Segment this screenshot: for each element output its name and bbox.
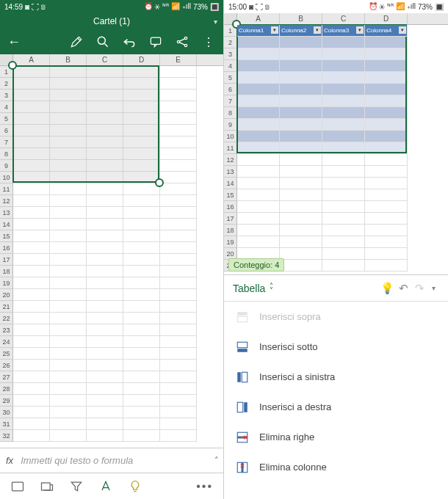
cell[interactable] <box>280 72 322 84</box>
cell[interactable] <box>280 154 322 166</box>
cell[interactable] <box>50 66 87 78</box>
cell[interactable] <box>123 242 160 254</box>
cell[interactable] <box>50 195 87 207</box>
cell[interactable] <box>237 60 280 72</box>
cell[interactable] <box>13 90 50 101</box>
cell[interactable] <box>13 289 50 301</box>
cell[interactable] <box>87 78 123 90</box>
column-header[interactable]: C <box>322 13 365 24</box>
cell[interactable] <box>87 407 123 418</box>
cell[interactable] <box>280 260 322 272</box>
cell[interactable] <box>13 360 50 371</box>
cell[interactable] <box>237 178 280 189</box>
row-header[interactable]: 17 <box>224 213 237 225</box>
cell[interactable] <box>322 84 365 95</box>
table-header-cell[interactable]: Colonna4▾ <box>365 25 408 37</box>
cell[interactable] <box>280 84 322 95</box>
cell[interactable] <box>123 313 160 324</box>
cell[interactable] <box>13 66 50 78</box>
cell[interactable] <box>123 348 160 360</box>
cell[interactable] <box>365 213 408 225</box>
cell[interactable] <box>322 95 365 107</box>
cell[interactable] <box>160 207 197 219</box>
cell[interactable] <box>160 66 197 78</box>
cell[interactable] <box>50 383 87 395</box>
cell[interactable] <box>160 266 197 277</box>
row-header[interactable]: 5 <box>224 72 237 84</box>
cell[interactable] <box>87 395 123 407</box>
formula-bar[interactable]: fx Immetti qui testo o formula ˄ <box>0 448 223 473</box>
cell[interactable] <box>13 101 50 113</box>
cell[interactable] <box>160 90 197 101</box>
menu-item-delete-rows[interactable]: Elimina righe <box>224 422 448 452</box>
ideas-icon[interactable]: 💡 <box>379 282 395 295</box>
cell[interactable] <box>87 371 123 383</box>
cell[interactable] <box>50 136 87 148</box>
cell[interactable] <box>123 219 160 230</box>
cell[interactable] <box>280 213 322 225</box>
cell[interactable] <box>123 324 160 336</box>
row-header[interactable]: 8 <box>224 107 237 119</box>
cell[interactable] <box>237 225 280 236</box>
comment-icon[interactable] <box>148 34 163 49</box>
row-header[interactable]: 28 <box>0 383 13 395</box>
row-header[interactable]: 18 <box>0 266 13 277</box>
cell[interactable] <box>160 254 197 266</box>
cell[interactable] <box>365 142 408 154</box>
cell[interactable] <box>123 160 160 172</box>
cell[interactable] <box>280 236 322 248</box>
cell[interactable] <box>13 160 50 172</box>
cell[interactable] <box>280 95 322 107</box>
cell[interactable] <box>237 48 280 60</box>
cell[interactable] <box>50 266 87 277</box>
cell[interactable] <box>160 277 197 289</box>
cell[interactable] <box>160 195 197 207</box>
cell[interactable] <box>13 266 50 277</box>
cell[interactable] <box>87 219 123 230</box>
row-header[interactable]: 18 <box>224 225 237 236</box>
cell[interactable] <box>123 418 160 430</box>
more-icon[interactable]: ⋮ <box>201 34 216 49</box>
cell[interactable] <box>13 336 50 348</box>
row-header[interactable]: 11 <box>0 183 13 195</box>
column-header[interactable]: B <box>280 13 322 24</box>
cell[interactable] <box>87 301 123 313</box>
menu-item-delete-cols[interactable]: Elimina colonne <box>224 452 448 482</box>
cell[interactable] <box>13 148 50 160</box>
column-header[interactable]: C <box>87 54 123 65</box>
cell[interactable] <box>50 242 87 254</box>
cell[interactable] <box>13 254 50 266</box>
cell[interactable] <box>160 219 197 230</box>
cell[interactable] <box>50 395 87 407</box>
row-header[interactable]: 14 <box>224 178 237 189</box>
row-header[interactable]: 12 <box>224 154 237 166</box>
cell[interactable] <box>280 248 322 260</box>
cell[interactable] <box>237 95 280 107</box>
cell[interactable] <box>87 324 123 336</box>
cell[interactable] <box>160 430 197 442</box>
cell[interactable] <box>160 125 197 136</box>
row-header[interactable]: 7 <box>224 95 237 107</box>
column-header[interactable]: A <box>13 54 50 65</box>
cell[interactable] <box>280 37 322 48</box>
cell[interactable] <box>322 236 365 248</box>
cell[interactable] <box>280 107 322 119</box>
cell[interactable] <box>123 195 160 207</box>
filter-dropdown-icon[interactable]: ▾ <box>399 26 406 34</box>
cell[interactable] <box>280 201 322 213</box>
cell[interactable] <box>123 301 160 313</box>
cell[interactable] <box>237 37 280 48</box>
cell[interactable] <box>365 260 408 272</box>
row-header[interactable]: 20 <box>0 289 13 301</box>
cell[interactable] <box>160 348 197 360</box>
cell[interactable] <box>50 183 87 195</box>
cell[interactable] <box>280 60 322 72</box>
cell[interactable] <box>123 266 160 277</box>
cell[interactable] <box>87 125 123 136</box>
table-header-cell[interactable]: Colonna2▾ <box>280 25 322 37</box>
cell[interactable] <box>13 301 50 313</box>
cell[interactable] <box>123 230 160 242</box>
cell[interactable] <box>13 242 50 254</box>
cell[interactable] <box>87 66 123 78</box>
cell[interactable] <box>50 418 87 430</box>
